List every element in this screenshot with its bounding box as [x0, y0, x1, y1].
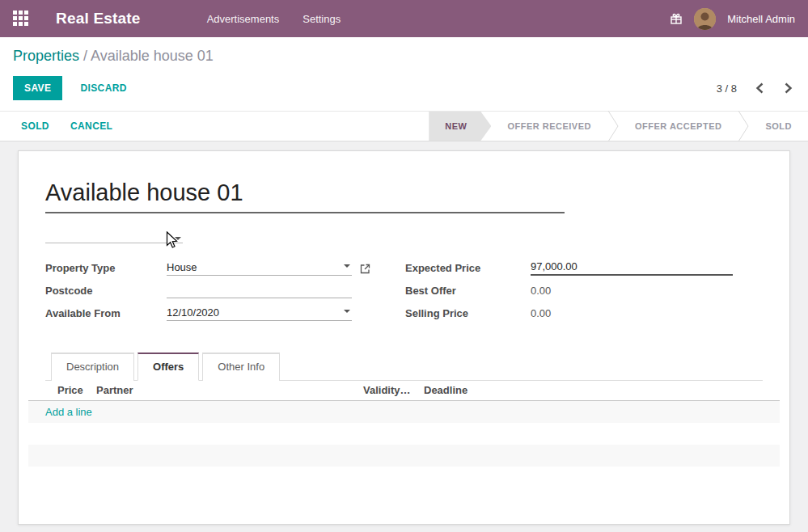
control-panel: SAVE DISCARD 3 / 8 [0, 71, 808, 111]
tags-input[interactable] [45, 224, 183, 243]
available-from-input[interactable]: 12/10/2020 [167, 306, 352, 321]
best-offer-label: Best Offer [405, 285, 531, 298]
cancel-button[interactable]: CANCEL [70, 120, 112, 132]
gift-icon[interactable] [670, 12, 683, 25]
breadcrumb: Properties / Available house 01 [0, 37, 808, 71]
nav-menu: Advertisements Settings [207, 13, 341, 25]
breadcrumb-properties-link[interactable]: Properties [13, 48, 79, 64]
pager-next-icon[interactable] [782, 81, 795, 95]
tab-offers[interactable]: Offers [137, 353, 199, 381]
top-navbar: Real Estate Advertisements Settings Mitc… [0, 0, 808, 37]
pager-previous-icon[interactable] [753, 81, 766, 95]
form-background: Available house 01 Property Type House [0, 141, 808, 532]
postcode-label: Postcode [45, 285, 167, 298]
external-link-icon[interactable] [360, 264, 370, 276]
discard-button[interactable]: DISCARD [80, 82, 126, 94]
chevron-down-icon [175, 237, 181, 240]
stage-separator-icon [607, 112, 619, 141]
breadcrumb-separator: / [83, 48, 87, 64]
column-deadline[interactable]: Deadline [424, 384, 780, 400]
table-row: Add a line [28, 401, 780, 423]
app-title[interactable]: Real Estate [56, 10, 141, 27]
stage-new[interactable]: NEW [429, 112, 491, 141]
offers-table: Price Partner Validity… Deadline Add a l… [28, 381, 780, 467]
menu-settings[interactable]: Settings [302, 13, 341, 25]
tab-other-info[interactable]: Other Info [202, 353, 280, 381]
available-from-label: Available From [45, 307, 167, 321]
chevron-down-icon[interactable] [344, 310, 350, 313]
stage-pipeline: NEW OFFER RECEIVED OFFER ACCEPTED SOLD [429, 112, 808, 141]
add-a-line-link[interactable]: Add a line [45, 406, 92, 418]
form-sheet: Available house 01 Property Type House [18, 150, 790, 525]
breadcrumb-current: Available house 01 [91, 48, 214, 64]
statusbar: SOLD CANCEL NEW OFFER RECEIVED OFFER ACC… [0, 111, 808, 141]
offers-table-header: Price Partner Validity… Deadline [28, 381, 780, 401]
column-price[interactable]: Price [57, 384, 96, 400]
stage-separator-icon [738, 112, 749, 141]
menu-advertisements[interactable]: Advertisements [207, 13, 280, 25]
left-field-group: Property Type House Postcode [45, 259, 370, 327]
pager-count: 3 / 8 [717, 82, 737, 95]
right-field-group: Expected Price 97,000.00 Best Offer 0.00… [405, 259, 733, 327]
expected-price-input[interactable]: 97,000.00 [531, 260, 733, 276]
property-type-label: Property Type [45, 262, 167, 276]
tab-description[interactable]: Description [51, 353, 134, 381]
property-type-input[interactable]: House [167, 261, 352, 276]
selling-price-label: Selling Price [405, 307, 531, 321]
stage-offer-received[interactable]: OFFER RECEIVED [491, 112, 607, 141]
pager: 3 / 8 [717, 81, 795, 95]
stage-sold[interactable]: SOLD [749, 112, 808, 141]
stage-offer-accepted[interactable]: OFFER ACCEPTED [619, 112, 738, 141]
apps-grid-icon[interactable] [13, 11, 29, 27]
table-row [28, 445, 780, 467]
best-offer-value: 0.00 [531, 285, 733, 298]
save-button[interactable]: SAVE [13, 76, 62, 100]
chevron-down-icon[interactable] [344, 264, 350, 268]
navbar-right: Mitchell Admin [670, 8, 795, 30]
table-row [28, 423, 780, 445]
notebook-tabs: Description Offers Other Info [45, 352, 763, 381]
sold-button[interactable]: SOLD [21, 120, 49, 132]
selling-price-value: 0.00 [531, 307, 733, 321]
postcode-input[interactable] [167, 296, 352, 298]
user-name[interactable]: Mitchell Admin [727, 13, 795, 25]
column-partner[interactable]: Partner [96, 384, 363, 400]
avatar[interactable] [694, 8, 716, 30]
expected-price-label: Expected Price [405, 262, 531, 276]
column-validity[interactable]: Validity… [363, 384, 424, 400]
property-name-input[interactable]: Available house 01 [45, 179, 565, 213]
